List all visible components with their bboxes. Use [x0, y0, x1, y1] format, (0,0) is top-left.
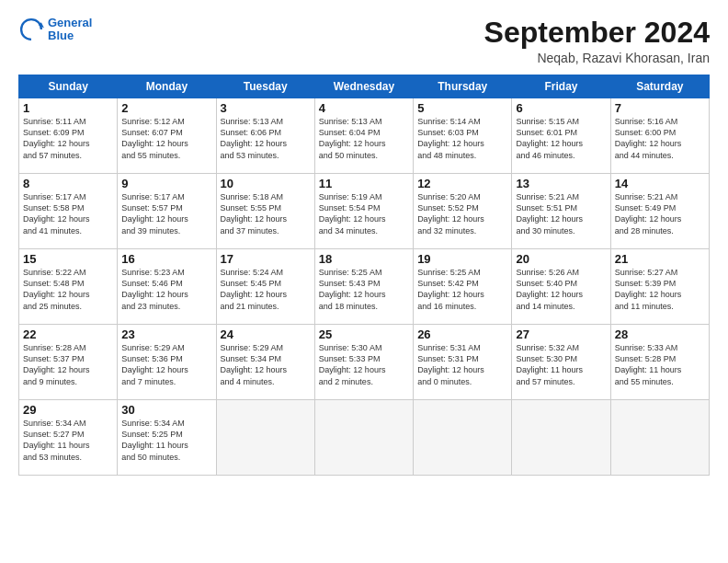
day-info: Sunrise: 5:14 AM Sunset: 6:03 PM Dayligh… [417, 116, 507, 161]
day-info: Sunrise: 5:21 AM Sunset: 5:51 PM Dayligh… [516, 191, 606, 236]
calendar-cell: 3Sunrise: 5:13 AM Sunset: 6:06 PM Daylig… [216, 98, 314, 174]
day-info: Sunrise: 5:27 AM Sunset: 5:39 PM Dayligh… [615, 267, 705, 312]
day-number: 25 [319, 327, 409, 341]
day-info: Sunrise: 5:32 AM Sunset: 5:30 PM Dayligh… [516, 342, 606, 387]
calendar-cell: 7Sunrise: 5:16 AM Sunset: 6:00 PM Daylig… [610, 98, 709, 174]
calendar-cell: 25Sunrise: 5:30 AM Sunset: 5:33 PM Dayli… [314, 325, 413, 400]
weekday-header-saturday: Saturday [610, 75, 709, 98]
weekday-header-monday: Monday [118, 75, 216, 98]
day-number: 24 [221, 327, 311, 341]
day-number: 11 [319, 177, 409, 190]
calendar-cell [512, 400, 610, 476]
day-info: Sunrise: 5:19 AM Sunset: 5:54 PM Dayligh… [319, 191, 409, 236]
day-info: Sunrise: 5:26 AM Sunset: 5:40 PM Dayligh… [516, 267, 606, 312]
day-number: 6 [516, 101, 606, 115]
day-number: 16 [121, 252, 211, 266]
day-number: 21 [615, 252, 705, 266]
day-number: 17 [221, 252, 311, 266]
calendar-cell: 30Sunrise: 5:34 AM Sunset: 5:25 PM Dayli… [118, 400, 216, 476]
day-number: 30 [121, 403, 211, 417]
day-info: Sunrise: 5:15 AM Sunset: 6:01 PM Dayligh… [516, 116, 606, 161]
day-number: 19 [417, 252, 507, 266]
calendar-cell: 5Sunrise: 5:14 AM Sunset: 6:03 PM Daylig… [414, 98, 512, 174]
day-info: Sunrise: 5:28 AM Sunset: 5:37 PM Dayligh… [23, 342, 113, 387]
week-row-4: 22Sunrise: 5:28 AM Sunset: 5:37 PM Dayli… [19, 325, 710, 400]
day-info: Sunrise: 5:17 AM Sunset: 5:58 PM Dayligh… [23, 191, 113, 236]
week-row-3: 15Sunrise: 5:22 AM Sunset: 5:48 PM Dayli… [19, 249, 710, 325]
week-row-1: 1Sunrise: 5:11 AM Sunset: 6:09 PM Daylig… [19, 98, 710, 174]
calendar-cell [216, 400, 314, 476]
calendar-cell: 17Sunrise: 5:24 AM Sunset: 5:45 PM Dayli… [216, 249, 314, 325]
day-info: Sunrise: 5:12 AM Sunset: 6:07 PM Dayligh… [121, 116, 211, 161]
calendar-cell [414, 400, 512, 476]
day-number: 26 [417, 327, 507, 341]
week-row-5: 29Sunrise: 5:34 AM Sunset: 5:27 PM Dayli… [19, 400, 710, 476]
day-info: Sunrise: 5:13 AM Sunset: 6:04 PM Dayligh… [319, 116, 409, 161]
calendar-cell: 14Sunrise: 5:21 AM Sunset: 5:49 PM Dayli… [610, 174, 709, 249]
day-number: 2 [121, 101, 211, 115]
weekday-header-thursday: Thursday [414, 75, 512, 98]
day-number: 29 [23, 403, 113, 417]
weekday-header-tuesday: Tuesday [216, 75, 314, 98]
calendar-cell: 24Sunrise: 5:29 AM Sunset: 5:34 PM Dayli… [216, 325, 314, 400]
day-info: Sunrise: 5:25 AM Sunset: 5:42 PM Dayligh… [417, 267, 507, 312]
day-number: 12 [417, 177, 507, 190]
title-block: September 2024 Neqab, Razavi Khorasan, I… [484, 17, 710, 65]
day-number: 15 [23, 252, 113, 266]
calendar-cell: 26Sunrise: 5:31 AM Sunset: 5:31 PM Dayli… [414, 325, 512, 400]
day-info: Sunrise: 5:22 AM Sunset: 5:48 PM Dayligh… [23, 267, 113, 312]
day-number: 18 [319, 252, 409, 266]
day-info: Sunrise: 5:29 AM Sunset: 5:34 PM Dayligh… [221, 342, 311, 387]
weekday-header-sunday: Sunday [19, 75, 118, 98]
day-info: Sunrise: 5:11 AM Sunset: 6:09 PM Dayligh… [23, 116, 113, 161]
day-number: 3 [221, 101, 311, 115]
day-info: Sunrise: 5:33 AM Sunset: 5:28 PM Dayligh… [615, 342, 705, 387]
calendar-cell: 13Sunrise: 5:21 AM Sunset: 5:51 PM Dayli… [512, 174, 610, 249]
calendar-cell: 8Sunrise: 5:17 AM Sunset: 5:58 PM Daylig… [19, 174, 118, 249]
calendar-cell [314, 400, 413, 476]
day-info: Sunrise: 5:34 AM Sunset: 5:25 PM Dayligh… [121, 418, 211, 463]
location: Neqab, Razavi Khorasan, Iran [484, 51, 710, 65]
day-number: 9 [121, 177, 211, 190]
calendar-cell: 16Sunrise: 5:23 AM Sunset: 5:46 PM Dayli… [118, 249, 216, 325]
day-info: Sunrise: 5:24 AM Sunset: 5:45 PM Dayligh… [221, 267, 311, 312]
day-number: 13 [516, 177, 606, 190]
weekday-header-row: SundayMondayTuesdayWednesdayThursdayFrid… [19, 75, 710, 98]
weekday-header-friday: Friday [512, 75, 610, 98]
calendar-cell: 23Sunrise: 5:29 AM Sunset: 5:36 PM Dayli… [118, 325, 216, 400]
calendar-cell: 19Sunrise: 5:25 AM Sunset: 5:42 PM Dayli… [414, 249, 512, 325]
calendar-cell: 11Sunrise: 5:19 AM Sunset: 5:54 PM Dayli… [314, 174, 413, 249]
day-number: 20 [516, 252, 606, 266]
calendar-cell: 9Sunrise: 5:17 AM Sunset: 5:57 PM Daylig… [118, 174, 216, 249]
calendar-cell [610, 400, 709, 476]
day-number: 7 [615, 101, 705, 115]
day-info: Sunrise: 5:21 AM Sunset: 5:49 PM Dayligh… [615, 191, 705, 236]
logo-line2: Blue [48, 29, 74, 42]
day-number: 28 [615, 327, 705, 341]
calendar-cell: 28Sunrise: 5:33 AM Sunset: 5:28 PM Dayli… [610, 325, 709, 400]
day-info: Sunrise: 5:31 AM Sunset: 5:31 PM Dayligh… [417, 342, 507, 387]
day-number: 1 [23, 101, 113, 115]
calendar-cell: 1Sunrise: 5:11 AM Sunset: 6:09 PM Daylig… [19, 98, 118, 174]
day-info: Sunrise: 5:34 AM Sunset: 5:27 PM Dayligh… [23, 418, 113, 463]
calendar-cell: 15Sunrise: 5:22 AM Sunset: 5:48 PM Dayli… [19, 249, 118, 325]
calendar-cell: 20Sunrise: 5:26 AM Sunset: 5:40 PM Dayli… [512, 249, 610, 325]
day-info: Sunrise: 5:13 AM Sunset: 6:06 PM Dayligh… [221, 116, 311, 161]
calendar-cell: 29Sunrise: 5:34 AM Sunset: 5:27 PM Dayli… [19, 400, 118, 476]
day-number: 8 [23, 177, 113, 190]
week-row-2: 8Sunrise: 5:17 AM Sunset: 5:58 PM Daylig… [19, 174, 710, 249]
calendar-cell: 12Sunrise: 5:20 AM Sunset: 5:52 PM Dayli… [414, 174, 512, 249]
calendar-cell: 6Sunrise: 5:15 AM Sunset: 6:01 PM Daylig… [512, 98, 610, 174]
day-info: Sunrise: 5:18 AM Sunset: 5:55 PM Dayligh… [221, 191, 311, 236]
logo-text: General Blue [48, 17, 92, 43]
day-number: 10 [221, 177, 311, 190]
day-number: 23 [121, 327, 211, 341]
day-number: 4 [319, 101, 409, 115]
day-number: 5 [417, 101, 507, 115]
day-number: 14 [615, 177, 705, 190]
calendar-cell: 27Sunrise: 5:32 AM Sunset: 5:30 PM Dayli… [512, 325, 610, 400]
day-info: Sunrise: 5:20 AM Sunset: 5:52 PM Dayligh… [417, 191, 507, 236]
day-number: 27 [516, 327, 606, 341]
logo-line1: General [48, 16, 92, 29]
calendar-cell: 4Sunrise: 5:13 AM Sunset: 6:04 PM Daylig… [314, 98, 413, 174]
